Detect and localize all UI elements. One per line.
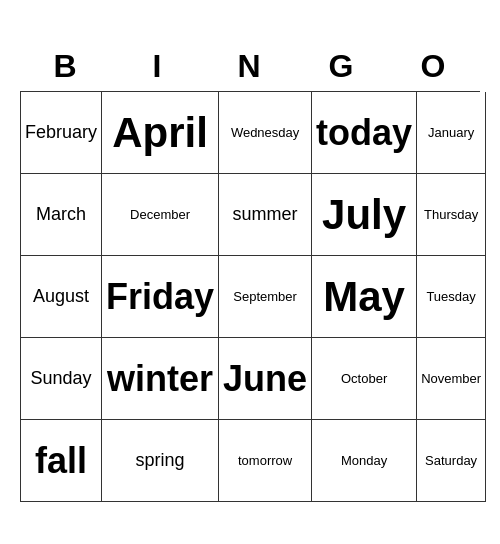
bingo-cell: December bbox=[102, 174, 219, 256]
bingo-cell: summer bbox=[219, 174, 312, 256]
bingo-cell: fall bbox=[21, 420, 102, 502]
bingo-cell: today bbox=[312, 92, 417, 174]
bingo-cell: winter bbox=[102, 338, 219, 420]
bingo-cell: Thursday bbox=[417, 174, 486, 256]
bingo-cell: Monday bbox=[312, 420, 417, 502]
bingo-cell: October bbox=[312, 338, 417, 420]
bingo-cell: Sunday bbox=[21, 338, 102, 420]
bingo-cell: March bbox=[21, 174, 102, 256]
bingo-cell: January bbox=[417, 92, 486, 174]
header-letter: I bbox=[112, 42, 204, 91]
bingo-grid: FebruaryAprilWednesdaytodayJanuaryMarchD… bbox=[20, 91, 480, 502]
bingo-cell: Wednesday bbox=[219, 92, 312, 174]
bingo-cell: November bbox=[417, 338, 486, 420]
header-letter: O bbox=[388, 42, 480, 91]
bingo-cell: Saturday bbox=[417, 420, 486, 502]
header-letter: B bbox=[20, 42, 112, 91]
bingo-cell: April bbox=[102, 92, 219, 174]
bingo-cell: August bbox=[21, 256, 102, 338]
header-letter: G bbox=[296, 42, 388, 91]
bingo-cell: Friday bbox=[102, 256, 219, 338]
bingo-cell: June bbox=[219, 338, 312, 420]
bingo-cell: May bbox=[312, 256, 417, 338]
bingo-cell: Tuesday bbox=[417, 256, 486, 338]
bingo-cell: tomorrow bbox=[219, 420, 312, 502]
bingo-header: BINGO bbox=[20, 42, 480, 91]
bingo-cell: February bbox=[21, 92, 102, 174]
bingo-card: BINGO FebruaryAprilWednesdaytodayJanuary… bbox=[20, 42, 480, 502]
bingo-cell: September bbox=[219, 256, 312, 338]
header-letter: N bbox=[204, 42, 296, 91]
bingo-cell: July bbox=[312, 174, 417, 256]
bingo-cell: spring bbox=[102, 420, 219, 502]
